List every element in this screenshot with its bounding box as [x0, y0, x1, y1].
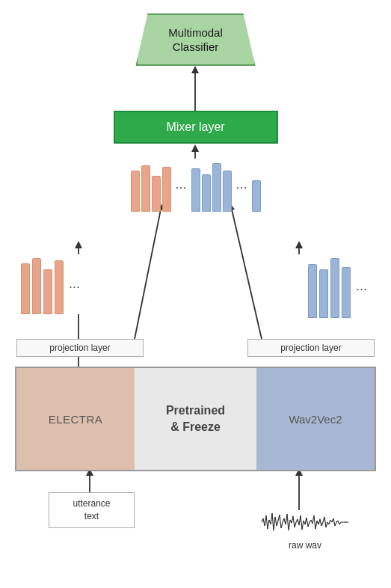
wav-label: raw wav: [260, 540, 350, 551]
bar: [151, 176, 160, 212]
wav2vec-box: Wav2Vec2: [256, 368, 375, 470]
pretrained-label: Pretrained & Freeze: [166, 402, 225, 436]
left-dots: ...: [69, 276, 80, 296]
bar: [43, 269, 52, 314]
dots-left: ...: [175, 177, 186, 198]
svg-marker-5: [75, 241, 82, 248]
svg-line-53: [315, 521, 317, 529]
svg-marker-7: [295, 241, 303, 248]
svg-line-59: [324, 517, 326, 527]
waveform-area: raw wav: [260, 509, 350, 551]
pretrained-middle-box: Pretrained & Freeze: [135, 368, 256, 470]
svg-line-27: [277, 521, 278, 526]
right-projection-bars: ...: [308, 258, 370, 318]
bar: [141, 165, 150, 212]
svg-line-52: [314, 515, 315, 529]
utterance-input-box: utterance text: [49, 492, 135, 528]
svg-line-30: [281, 522, 283, 528]
right-dots: ...: [356, 278, 367, 298]
svg-line-11: [232, 209, 262, 339]
svg-line-65: [333, 518, 335, 526]
svg-line-29: [280, 515, 281, 528]
svg-line-56: [320, 519, 321, 526]
right-projection-label: projection layer: [280, 343, 341, 353]
svg-marker-1: [191, 66, 199, 73]
svg-line-60: [326, 522, 327, 527]
dots-right: ...: [236, 177, 247, 198]
utterance-label: utterance text: [73, 498, 110, 521]
svg-marker-3: [191, 144, 199, 152]
svg-line-68: [338, 521, 339, 524]
svg-line-66: [335, 522, 336, 526]
svg-line-38: [293, 516, 295, 527]
svg-line-21: [268, 520, 269, 529]
classifier-box: Multimodal Classifier: [136, 13, 256, 66]
svg-line-43: [301, 515, 302, 530]
svg-line-34: [287, 514, 289, 530]
electra-box: ELECTRA: [16, 368, 135, 470]
bar: [330, 258, 339, 318]
svg-line-48: [308, 522, 310, 527]
bar: [21, 263, 30, 314]
electra-label: ELECTRA: [49, 413, 103, 426]
svg-line-25: [274, 517, 275, 530]
svg-line-9: [135, 209, 161, 339]
svg-line-26: [275, 517, 277, 526]
bar: [130, 171, 139, 212]
bar: [161, 167, 170, 212]
svg-line-35: [289, 520, 290, 530]
svg-line-20: [266, 515, 268, 529]
classifier-label: Multimodal Classifier: [168, 25, 223, 55]
diagram: Multimodal Classifier Mixer layer ... ..…: [0, 0, 391, 588]
bar: [32, 258, 41, 314]
bar: [308, 264, 317, 318]
bar: [55, 260, 64, 314]
combined-bars: ... ...: [130, 163, 260, 212]
wav2vec-label: Wav2Vec2: [289, 413, 342, 426]
mixer-label: Mixer layer: [166, 120, 224, 134]
pretrained-container: ELECTRA Pretrained & Freeze Wav2Vec2: [15, 367, 376, 471]
bar: [223, 171, 232, 212]
svg-line-62: [329, 520, 330, 524]
waveform-svg: [260, 509, 350, 536]
bar: [319, 269, 328, 318]
left-projection-box: projection layer: [16, 339, 144, 357]
bar: [252, 180, 261, 212]
svg-line-57: [321, 522, 323, 526]
left-projection-label: projection layer: [49, 343, 110, 353]
svg-line-44: [302, 521, 304, 530]
svg-line-24: [272, 513, 274, 530]
bar: [212, 163, 221, 212]
svg-line-39: [295, 522, 296, 527]
bar: [342, 267, 351, 318]
bar: [191, 168, 200, 212]
svg-line-69: [339, 522, 341, 524]
mixer-box: Mixer layer: [114, 111, 278, 144]
bar: [202, 174, 211, 212]
svg-line-47: [307, 518, 308, 527]
left-projection-bars: ...: [21, 258, 83, 314]
right-projection-box: projection layer: [247, 339, 375, 357]
